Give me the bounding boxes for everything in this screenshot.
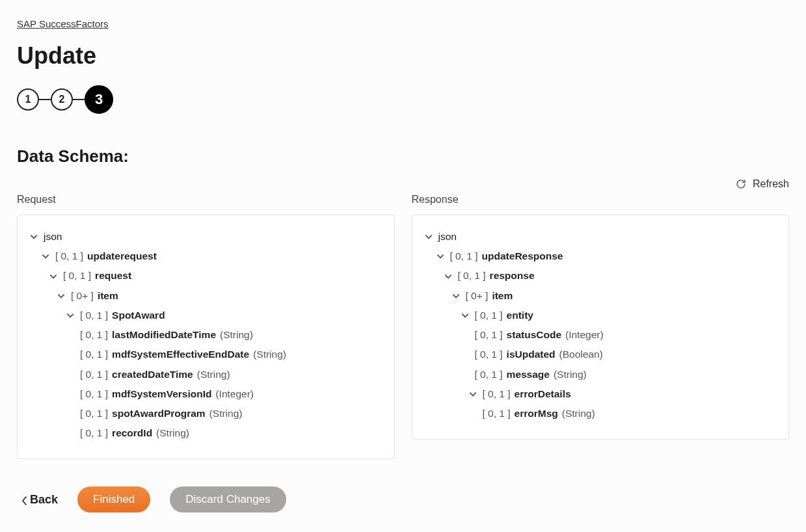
field-name: message [507, 365, 550, 384]
node-cardinality: [ 0+ ] [466, 286, 489, 306]
back-button[interactable]: Back [22, 493, 58, 507]
request-panel: json [ 0, 1 ] updaterequest [ 0, 1 ] req… [17, 215, 395, 459]
field-name: lastModifiedDateTime [112, 325, 216, 345]
response-heading: Response [412, 194, 790, 206]
node-cardinality: [ 0, 1 ] [55, 246, 83, 266]
field-type: (String) [253, 345, 286, 364]
node-cardinality: [ 0, 1 ] [458, 266, 486, 286]
discard-changes-button[interactable]: Discard Changes [170, 486, 286, 512]
field-name: spotAwardProgram [112, 404, 206, 423]
tree-node-item[interactable]: [ 0+ ] item [424, 286, 777, 306]
field-type: (Integer) [215, 384, 254, 404]
step-connector [39, 99, 51, 100]
node-name: request [95, 266, 131, 286]
tree-field: [ 0, 1 ] message (String) [424, 365, 777, 384]
field-name: mdfSystemVersionId [112, 384, 211, 404]
tree-field: [ 0, 1 ] mdfSystemVersionId (Integer) [29, 384, 383, 404]
breadcrumb-link[interactable]: SAP SuccessFactors [17, 18, 109, 29]
field-name: recordId [112, 423, 152, 443]
tree-node-item[interactable]: [ 0+ ] item [29, 286, 383, 306]
refresh-label: Refresh [753, 178, 789, 190]
node-cardinality: [ 0, 1 ] [80, 306, 108, 325]
tree-node-json[interactable]: json [424, 227, 777, 246]
node-cardinality: [ 0, 1 ] [450, 246, 478, 266]
response-panel: json [ 0, 1 ] updateResponse [ 0, 1 ] re… [412, 215, 790, 440]
field-cardinality: [ 0, 1 ] [475, 365, 503, 384]
node-name: updaterequest [87, 246, 157, 266]
node-name: response [490, 266, 535, 286]
page-title: Update [17, 42, 789, 70]
tree-field: [ 0, 1 ] mdfSystemEffectiveEndDate (Stri… [29, 345, 383, 364]
tree-field: [ 0, 1 ] errorMsg (String) [424, 404, 777, 423]
chevron-down-icon[interactable] [57, 291, 66, 300]
tree-node-updateresponse[interactable]: [ 0, 1 ] updateResponse [424, 246, 777, 266]
chevron-down-icon[interactable] [49, 272, 58, 281]
node-name: errorDetails [515, 384, 571, 404]
tree-field: [ 0, 1 ] lastModifiedDateTime (String) [29, 325, 383, 345]
finished-button[interactable]: Finished [77, 486, 150, 512]
field-cardinality: [ 0, 1 ] [80, 423, 108, 443]
node-label: json [44, 227, 62, 246]
field-cardinality: [ 0, 1 ] [80, 365, 108, 384]
node-cardinality: [ 0, 1 ] [483, 384, 511, 404]
tree-node-json[interactable]: json [29, 227, 383, 246]
tree-node-updaterequest[interactable]: [ 0, 1 ] updaterequest [29, 246, 383, 266]
tree-field: [ 0, 1 ] recordId (String) [29, 423, 383, 443]
field-type: (String) [197, 365, 230, 384]
node-cardinality: [ 0, 1 ] [63, 266, 91, 286]
field-cardinality: [ 0, 1 ] [483, 404, 511, 423]
refresh-icon [736, 179, 746, 189]
back-label: Back [30, 493, 58, 507]
tree-node-entity[interactable]: [ 0, 1 ] entity [424, 306, 777, 325]
tree-field: [ 0, 1 ] statusCode (Integer) [424, 325, 777, 345]
field-cardinality: [ 0, 1 ] [80, 345, 108, 364]
tree-node-errordetails[interactable]: [ 0, 1 ] errorDetails [424, 384, 777, 404]
field-name: errorMsg [515, 404, 558, 423]
chevron-down-icon[interactable] [436, 252, 445, 261]
node-cardinality: [ 0, 1 ] [475, 306, 503, 325]
field-type: (String) [209, 404, 243, 423]
node-label: json [438, 227, 457, 246]
chevron-down-icon[interactable] [468, 390, 477, 399]
chevron-down-icon[interactable] [424, 232, 433, 241]
field-type: (String) [220, 325, 253, 345]
tree-field: [ 0, 1 ] spotAwardProgram (String) [29, 404, 383, 423]
field-name: createdDateTime [112, 365, 193, 384]
node-cardinality: [ 0+ ] [71, 286, 94, 306]
chevron-down-icon[interactable] [41, 252, 50, 261]
field-cardinality: [ 0, 1 ] [475, 325, 503, 345]
field-type: (String) [562, 404, 595, 423]
node-name: item [492, 286, 513, 306]
node-name: SpotAward [112, 306, 165, 325]
refresh-button[interactable]: Refresh [736, 178, 789, 190]
step-connector [73, 99, 85, 100]
tree-node-request[interactable]: [ 0, 1 ] request [29, 266, 383, 286]
tree-field: [ 0, 1 ] createdDateTime (String) [29, 365, 383, 384]
field-name: isUpdated [507, 345, 556, 364]
field-type: (String) [156, 423, 189, 443]
field-cardinality: [ 0, 1 ] [80, 404, 108, 423]
request-heading: Request [17, 194, 395, 206]
field-type: (String) [554, 365, 587, 384]
chevron-down-icon[interactable] [451, 291, 461, 300]
node-name: item [98, 286, 118, 306]
chevron-down-icon[interactable] [29, 232, 38, 241]
step-1[interactable]: 1 [17, 88, 39, 111]
section-title: Data Schema: [17, 146, 789, 166]
tree-field: [ 0, 1 ] isUpdated (Boolean) [424, 345, 777, 364]
field-type: (Boolean) [559, 345, 603, 364]
chevron-down-icon[interactable] [461, 311, 470, 320]
chevron-down-icon[interactable] [444, 272, 453, 281]
field-name: statusCode [507, 325, 561, 345]
step-3[interactable]: 3 [85, 85, 113, 114]
field-type: (Integer) [565, 325, 604, 345]
node-name: entity [507, 306, 533, 325]
tree-node-spotaward[interactable]: [ 0, 1 ] SpotAward [29, 306, 383, 325]
step-2[interactable]: 2 [51, 88, 73, 111]
node-name: updateResponse [482, 246, 563, 266]
field-cardinality: [ 0, 1 ] [80, 325, 108, 345]
chevron-down-icon[interactable] [66, 311, 75, 320]
chevron-left-icon [22, 495, 27, 504]
tree-node-response[interactable]: [ 0, 1 ] response [424, 266, 777, 286]
field-cardinality: [ 0, 1 ] [475, 345, 503, 364]
